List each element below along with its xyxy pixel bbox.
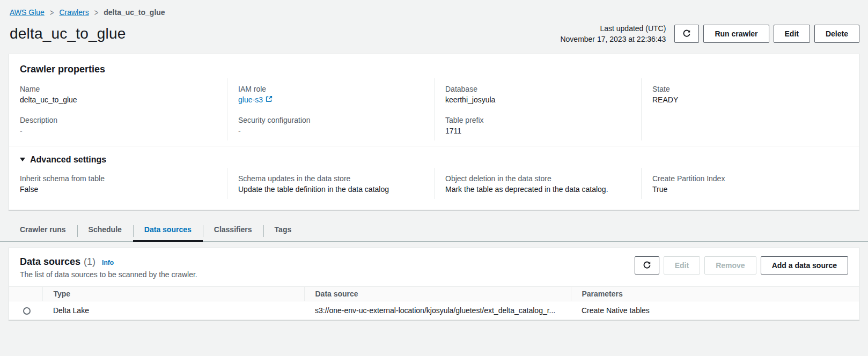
- header-actions: Last updated (UTC) November 17, 2023 at …: [560, 23, 859, 45]
- last-updated-timestamp: November 17, 2023 at 22:36:43: [560, 34, 666, 44]
- data-sources-heading-block: Data sources (1) Info The list of data s…: [20, 256, 197, 279]
- data-source-edit-button[interactable]: Edit: [664, 256, 700, 275]
- partition-index-label: Create Partition Index: [652, 174, 837, 183]
- advanced-settings-label: Advanced settings: [30, 155, 106, 165]
- empty-cell: [641, 109, 848, 140]
- properties-divider: [9, 146, 859, 146]
- data-sources-actions: Edit Remove Add a data source: [635, 256, 848, 275]
- caret-down-icon: [20, 158, 25, 161]
- security-configuration-label: Security configuration: [238, 116, 423, 124]
- table-header-row: Type Data source Parameters: [9, 286, 859, 301]
- partition-index-value: True: [652, 185, 837, 194]
- crawler-properties-grid: Name delta_uc_to_glue IAM role glue-s3 D…: [20, 78, 848, 140]
- tab-bar: Crawler runs Schedule Data sources Class…: [0, 221, 868, 242]
- database-label: Database: [445, 85, 630, 93]
- description-value: -: [20, 127, 216, 135]
- breadcrumb-link-crawlers[interactable]: Crawlers: [59, 8, 89, 17]
- schema-updates-value: Update the table definition in the data …: [238, 185, 423, 194]
- row-source-cell: s3://one-env-uc-external-location/kjosyu…: [304, 301, 571, 320]
- refresh-button[interactable]: [674, 25, 699, 43]
- breadcrumb-separator-icon: >: [50, 7, 54, 18]
- parameters-column-header: Parameters: [571, 286, 859, 301]
- database-value: keerthi_josyula: [445, 95, 630, 104]
- security-configuration-value: -: [238, 127, 423, 135]
- type-column-header: Type: [42, 286, 304, 301]
- tab-crawler-runs[interactable]: Crawler runs: [9, 221, 77, 242]
- object-deletion-value: Mark the table as deprecated in the data…: [445, 185, 630, 194]
- info-link[interactable]: Info: [102, 259, 114, 266]
- data-sources-count: (1): [84, 256, 95, 268]
- row-radio-button[interactable]: [23, 307, 31, 315]
- advanced-settings-grid: Inherit schema from table False Schema u…: [20, 168, 848, 199]
- breadcrumb-separator-icon: >: [94, 7, 99, 18]
- tab-classifiers[interactable]: Classifiers: [203, 221, 263, 242]
- table-row: Delta Lake s3://one-env-uc-external-loca…: [9, 301, 859, 320]
- delete-crawler-button[interactable]: Delete: [814, 25, 859, 43]
- external-link-icon: [266, 95, 273, 104]
- tab-tags[interactable]: Tags: [263, 221, 303, 242]
- iam-role-label: IAM role: [238, 85, 423, 93]
- last-updated: Last updated (UTC) November 17, 2023 at …: [560, 23, 666, 45]
- refresh-icon: [682, 29, 691, 38]
- data-sources-title: Data sources: [20, 256, 80, 268]
- iam-role-link[interactable]: glue-s3: [238, 95, 273, 104]
- data-sources-table: Type Data source Parameters Delta Lake s…: [9, 286, 859, 320]
- tab-data-sources[interactable]: Data sources: [133, 221, 203, 242]
- last-updated-label: Last updated (UTC): [560, 23, 666, 34]
- crawler-properties-panel: Crawler properties Name delta_uc_to_glue…: [9, 54, 859, 210]
- state-label: State: [652, 85, 837, 93]
- row-parameters-cell: Create Native tables: [571, 301, 859, 320]
- object-deletion-label: Object deletion in the data store: [445, 174, 630, 183]
- add-data-source-button[interactable]: Add a data source: [761, 256, 848, 275]
- data-sources-refresh-button[interactable]: [635, 256, 659, 275]
- name-value: delta_uc_to_glue: [20, 95, 216, 104]
- data-source-column-header: Data source: [304, 286, 571, 301]
- selection-column-header: [9, 286, 42, 301]
- state-value: READY: [652, 95, 837, 104]
- iam-role-value: glue-s3: [238, 95, 263, 104]
- schema-updates-label: Schema updates in the data store: [238, 174, 423, 183]
- row-type-cell: Delta Lake: [42, 301, 304, 320]
- breadcrumb-link-aws-glue[interactable]: AWS Glue: [10, 8, 45, 17]
- run-crawler-button[interactable]: Run crawler: [703, 25, 769, 43]
- data-sources-description: The list of data sources to be scanned b…: [20, 270, 197, 279]
- advanced-settings-toggle[interactable]: Advanced settings: [20, 155, 106, 165]
- data-sources-panel: Data sources (1) Info The list of data s…: [9, 247, 859, 320]
- inherit-schema-value: False: [20, 185, 216, 194]
- refresh-icon: [643, 261, 651, 270]
- name-label: Name: [20, 85, 216, 93]
- description-label: Description: [20, 116, 216, 124]
- table-prefix-value: 1711: [445, 127, 630, 135]
- edit-crawler-button[interactable]: Edit: [774, 25, 810, 43]
- page-header: AWS Glue > Crawlers > delta_uc_to_glue d…: [0, 0, 868, 45]
- breadcrumb: AWS Glue > Crawlers > delta_uc_to_glue: [10, 8, 859, 17]
- data-source-remove-button[interactable]: Remove: [704, 256, 756, 275]
- breadcrumb-current: delta_uc_to_glue: [104, 8, 165, 17]
- row-select-cell: [9, 301, 42, 320]
- table-prefix-label: Table prefix: [445, 116, 630, 124]
- inherit-schema-label: Inherit schema from table: [20, 174, 216, 183]
- tab-schedule[interactable]: Schedule: [77, 221, 133, 242]
- page-title: delta_uc_to_glue: [10, 25, 126, 42]
- crawler-properties-title: Crawler properties: [20, 64, 848, 75]
